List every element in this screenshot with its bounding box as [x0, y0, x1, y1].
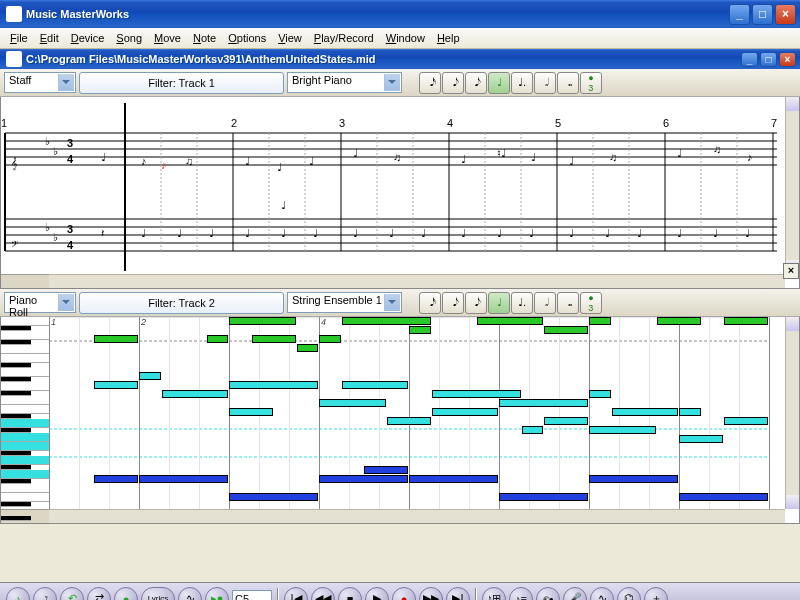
- eighth-note-button-2[interactable]: 𝅘𝅥𝅮: [442, 292, 464, 314]
- doc-close-button[interactable]: ×: [779, 52, 796, 67]
- menu-help[interactable]: Help: [431, 30, 466, 46]
- menu-file[interactable]: File: [4, 30, 34, 46]
- note-block[interactable]: [387, 417, 431, 425]
- menu-move[interactable]: Move: [148, 30, 187, 46]
- menu-window[interactable]: Window: [380, 30, 431, 46]
- quarter-note-button-2[interactable]: ♩: [488, 292, 510, 314]
- undo-button[interactable]: ↶: [60, 587, 84, 601]
- dotted-quarter-button[interactable]: ♩.: [511, 72, 533, 94]
- swap-button[interactable]: ⇄: [87, 587, 111, 601]
- close-button[interactable]: ×: [775, 4, 796, 25]
- menu-play-record[interactable]: Play/Record: [308, 30, 380, 46]
- note-block[interactable]: [432, 408, 499, 416]
- mic-button[interactable]: 🎤: [563, 587, 587, 601]
- sixteenth-note-button-2[interactable]: 𝅘𝅥𝅯: [419, 292, 441, 314]
- lyrics-button[interactable]: Lyrics: [141, 587, 175, 601]
- note-block[interactable]: [229, 493, 318, 501]
- stop-button[interactable]: ■: [338, 587, 362, 601]
- menu-song[interactable]: Song: [110, 30, 148, 46]
- filter-button-track1[interactable]: Filter: Track 1: [79, 72, 284, 94]
- view-select-pianoroll[interactable]: Piano Roll: [4, 292, 76, 313]
- note-block[interactable]: [139, 475, 228, 483]
- note-block[interactable]: [544, 417, 588, 425]
- note-block[interactable]: [252, 335, 296, 343]
- insert-note-button[interactable]: ●: [114, 587, 138, 601]
- pianoroll-view[interactable]: 12345678: [0, 317, 800, 524]
- forward-button[interactable]: ▶▶: [419, 587, 443, 601]
- note-block[interactable]: [724, 417, 768, 425]
- note-block[interactable]: [207, 335, 229, 343]
- note-block[interactable]: [94, 475, 138, 483]
- view-a-button[interactable]: ♪⊞: [482, 587, 506, 601]
- rewind-button[interactable]: ◀◀: [311, 587, 335, 601]
- note-block[interactable]: [319, 475, 408, 483]
- note-block[interactable]: [657, 317, 701, 325]
- view-select-staff[interactable]: Staff: [4, 72, 76, 93]
- note-block[interactable]: [342, 317, 431, 325]
- note-block[interactable]: [229, 381, 318, 389]
- note-block[interactable]: [679, 435, 723, 443]
- note-block[interactable]: [589, 426, 656, 434]
- staff-split-box[interactable]: [1, 274, 49, 288]
- instrument-select-1[interactable]: Bright Piano: [287, 72, 402, 93]
- note-tool-button[interactable]: ♪: [6, 587, 30, 601]
- doc-minimize-button[interactable]: _: [741, 52, 758, 67]
- piano-keyboard[interactable]: [1, 317, 49, 509]
- doc-maximize-button[interactable]: □: [760, 52, 777, 67]
- note-block[interactable]: [589, 475, 678, 483]
- note-block[interactable]: [94, 381, 138, 389]
- note-block[interactable]: [589, 317, 611, 325]
- record-button[interactable]: ●: [392, 587, 416, 601]
- note-block[interactable]: [589, 390, 611, 398]
- note-block[interactable]: [409, 475, 498, 483]
- menu-device[interactable]: Device: [65, 30, 111, 46]
- view-b-button[interactable]: ♪≡: [509, 587, 533, 601]
- net-button[interactable]: ∿: [590, 587, 614, 601]
- current-pitch-display[interactable]: C5: [232, 590, 272, 601]
- note-block[interactable]: [499, 399, 588, 407]
- go-button[interactable]: ▸●: [205, 587, 229, 601]
- dotted-eighth-button[interactable]: 𝅘𝅥𝅮.: [465, 72, 487, 94]
- filter-button-track2[interactable]: Filter: Track 2: [79, 292, 284, 314]
- note-block[interactable]: [139, 372, 161, 380]
- note-block[interactable]: [499, 493, 588, 501]
- skip-start-button[interactable]: I◀: [284, 587, 308, 601]
- whole-note-button-2[interactable]: 𝅝: [557, 292, 579, 314]
- note-block[interactable]: [319, 335, 341, 343]
- note-block[interactable]: [229, 408, 273, 416]
- menu-note[interactable]: Note: [187, 30, 222, 46]
- staff-view[interactable]: 𝄞 𝄢 ♭♭ ♭♭ 34 34 1234567 ♩ ♪♪ ♫ ♩♩♩ ♩♫ ♩♮…: [0, 97, 800, 289]
- eighth-note-button[interactable]: 𝅘𝅥𝅮: [442, 72, 464, 94]
- add-track-button[interactable]: ＋: [644, 587, 668, 601]
- note-block[interactable]: [229, 317, 296, 325]
- instrument-select-2[interactable]: String Ensemble 1: [287, 292, 402, 313]
- pianoroll-canvas[interactable]: 12345678: [49, 317, 785, 509]
- mixer-button[interactable]: ⎋•: [536, 587, 560, 601]
- dynamics-button[interactable]: ∿: [178, 587, 202, 601]
- note-block[interactable]: [162, 390, 229, 398]
- note-block[interactable]: [432, 390, 521, 398]
- play-button[interactable]: ▶: [365, 587, 389, 601]
- note-block[interactable]: [522, 426, 544, 434]
- staff-vertical-scrollbar[interactable]: [785, 97, 799, 274]
- staff-canvas[interactable]: 𝄞 𝄢 ♭♭ ♭♭ 34 34 1234567 ♩ ♪♪ ♫ ♩♩♩ ♩♫ ♩♮…: [1, 97, 785, 274]
- pianoroll-horizontal-scrollbar[interactable]: [49, 509, 785, 523]
- dotted-quarter-button-2[interactable]: ♩.: [511, 292, 533, 314]
- staff-tool-button[interactable]: 𝄾: [33, 587, 57, 601]
- note-block[interactable]: [544, 326, 588, 334]
- menu-options[interactable]: Options: [222, 30, 272, 46]
- note-block[interactable]: [679, 493, 768, 501]
- minimize-button[interactable]: _: [729, 4, 750, 25]
- note-block[interactable]: [364, 466, 408, 474]
- half-note-button-2[interactable]: 𝅗𝅥: [534, 292, 556, 314]
- note-block[interactable]: [612, 408, 679, 416]
- sixteenth-note-button[interactable]: 𝅘𝅥𝅯: [419, 72, 441, 94]
- staff-horizontal-scrollbar[interactable]: [49, 274, 785, 288]
- note-block[interactable]: [342, 381, 409, 389]
- quarter-note-button[interactable]: ♩: [488, 72, 510, 94]
- triplet-button[interactable]: ●3: [580, 72, 602, 94]
- menu-edit[interactable]: Edit: [34, 30, 65, 46]
- pianoroll-vertical-scrollbar[interactable]: [785, 317, 799, 509]
- dotted-eighth-button-2[interactable]: 𝅘𝅥𝅮.: [465, 292, 487, 314]
- note-block[interactable]: [477, 317, 544, 325]
